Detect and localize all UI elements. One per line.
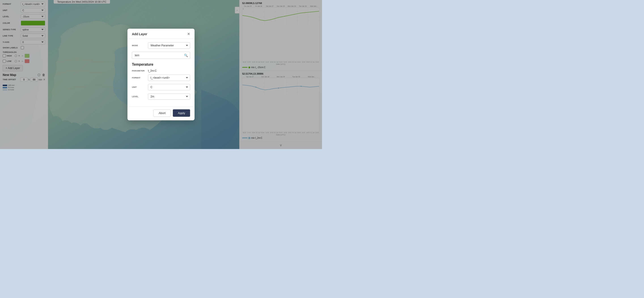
search-icon: 🔍	[184, 54, 188, 57]
format-modal-row: FORMAT t_<level>:<unit>	[132, 75, 190, 81]
unit-modal-row: UNIT C	[132, 84, 190, 90]
abort-button[interactable]: Abort	[154, 109, 170, 117]
parameter-row: PARAMETER t_2m:C	[132, 69, 190, 72]
search-container: 🔍	[132, 52, 190, 59]
modal-overlay[interactable]: Add Layer ✕ MODE Weather Parameter 🔍 Tem…	[0, 0, 322, 149]
mode-row: MODE Weather Parameter	[132, 42, 190, 49]
modal-body: MODE Weather Parameter 🔍 Temperature PAR…	[128, 39, 194, 106]
search-input[interactable]	[132, 52, 190, 59]
modal-header: Add Layer ✕	[128, 29, 194, 39]
parameter-value: t_2m:C	[148, 69, 157, 72]
mode-label: MODE	[132, 44, 145, 47]
modal-close-button[interactable]: ✕	[187, 32, 190, 36]
modal-title: Add Layer	[132, 32, 147, 36]
parameter-label: PARAMETER	[132, 70, 145, 72]
add-layer-modal: Add Layer ✕ MODE Weather Parameter 🔍 Tem…	[128, 29, 194, 120]
apply-button[interactable]: Apply	[173, 109, 190, 117]
level-modal-row: LEVEL 2m	[132, 93, 190, 100]
level-modal-select[interactable]: 2m	[148, 93, 190, 100]
unit-modal-select[interactable]: C	[148, 84, 190, 90]
format-modal-label: FORMAT	[132, 77, 145, 79]
level-modal-label: LEVEL	[132, 95, 145, 98]
mode-select[interactable]: Weather Parameter	[148, 42, 190, 49]
modal-footer: Abort Apply	[128, 106, 194, 120]
format-modal-select[interactable]: t_<level>:<unit>	[148, 75, 190, 81]
result-section-title: Temperature	[132, 63, 190, 67]
unit-modal-label: UNIT	[132, 86, 145, 88]
